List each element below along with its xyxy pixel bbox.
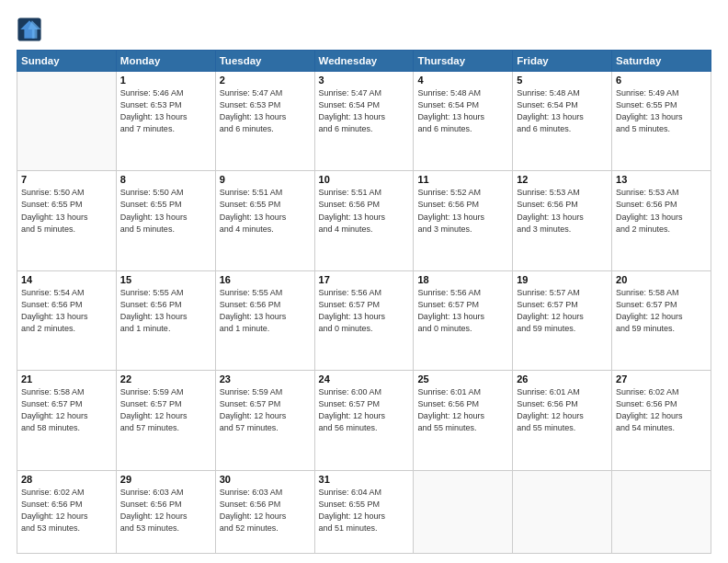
calendar-cell: 5Sunrise: 5:48 AM Sunset: 6:54 PM Daylig… [513, 72, 612, 171]
calendar-cell: 16Sunrise: 5:55 AM Sunset: 6:56 PM Dayli… [215, 270, 314, 370]
weekday-header-sunday: Sunday [17, 51, 117, 72]
calendar-cell: 1Sunrise: 5:46 AM Sunset: 6:53 PM Daylig… [116, 72, 215, 171]
calendar-cell [513, 470, 612, 553]
day-info: Sunrise: 5:48 AM Sunset: 6:54 PM Dayligh… [417, 87, 508, 135]
day-number: 26 [517, 373, 608, 385]
day-number: 11 [417, 174, 508, 185]
calendar-cell [612, 470, 711, 553]
day-number: 13 [616, 174, 707, 185]
weekday-header-monday: Monday [116, 51, 215, 72]
calendar-cell [414, 470, 513, 553]
day-info: Sunrise: 6:01 AM Sunset: 6:56 PM Dayligh… [517, 386, 608, 434]
day-number: 7 [21, 174, 112, 185]
calendar-cell: 3Sunrise: 5:47 AM Sunset: 6:54 PM Daylig… [314, 72, 414, 171]
calendar-cell: 14Sunrise: 5:54 AM Sunset: 6:56 PM Dayli… [17, 270, 117, 370]
day-info: Sunrise: 5:50 AM Sunset: 6:55 PM Dayligh… [120, 187, 211, 235]
day-number: 21 [21, 373, 112, 385]
day-info: Sunrise: 5:56 AM Sunset: 6:57 PM Dayligh… [319, 287, 410, 335]
day-number: 20 [616, 274, 707, 285]
calendar-week-row: 28Sunrise: 6:02 AM Sunset: 6:56 PM Dayli… [17, 470, 711, 553]
day-info: Sunrise: 5:55 AM Sunset: 6:56 PM Dayligh… [120, 287, 211, 335]
day-info: Sunrise: 5:47 AM Sunset: 6:53 PM Dayligh… [220, 87, 311, 135]
day-number: 23 [220, 373, 311, 385]
day-number: 1 [120, 75, 211, 86]
calendar-cell: 11Sunrise: 5:52 AM Sunset: 6:56 PM Dayli… [414, 171, 513, 270]
calendar-cell: 28Sunrise: 6:02 AM Sunset: 6:56 PM Dayli… [17, 470, 117, 553]
day-number: 29 [120, 474, 211, 485]
day-number: 4 [417, 75, 508, 86]
calendar-cell: 20Sunrise: 5:58 AM Sunset: 6:57 PM Dayli… [612, 270, 711, 370]
day-info: Sunrise: 5:58 AM Sunset: 6:57 PM Dayligh… [616, 287, 707, 335]
calendar-cell: 10Sunrise: 5:51 AM Sunset: 6:56 PM Dayli… [314, 171, 414, 270]
day-number: 19 [517, 274, 608, 285]
weekday-header-saturday: Saturday [612, 51, 711, 72]
day-info: Sunrise: 6:00 AM Sunset: 6:57 PM Dayligh… [319, 386, 410, 434]
calendar-cell: 24Sunrise: 6:00 AM Sunset: 6:57 PM Dayli… [314, 371, 414, 470]
calendar-week-row: 1Sunrise: 5:46 AM Sunset: 6:53 PM Daylig… [17, 72, 711, 171]
day-number: 16 [220, 274, 311, 285]
day-info: Sunrise: 5:47 AM Sunset: 6:54 PM Dayligh… [319, 87, 410, 135]
day-info: Sunrise: 5:51 AM Sunset: 6:56 PM Dayligh… [319, 187, 410, 235]
calendar-cell: 12Sunrise: 5:53 AM Sunset: 6:56 PM Dayli… [513, 171, 612, 270]
day-number: 27 [616, 373, 707, 385]
calendar-cell: 19Sunrise: 5:57 AM Sunset: 6:57 PM Dayli… [513, 270, 612, 370]
calendar-cell: 30Sunrise: 6:03 AM Sunset: 6:56 PM Dayli… [215, 470, 314, 553]
day-info: Sunrise: 5:59 AM Sunset: 6:57 PM Dayligh… [220, 386, 311, 434]
day-info: Sunrise: 5:51 AM Sunset: 6:55 PM Dayligh… [220, 187, 311, 235]
day-number: 18 [417, 274, 508, 285]
day-number: 24 [319, 373, 410, 385]
day-number: 10 [319, 174, 410, 185]
day-info: Sunrise: 5:55 AM Sunset: 6:56 PM Dayligh… [220, 287, 311, 335]
calendar-cell [17, 72, 117, 171]
day-number: 8 [120, 174, 211, 185]
day-number: 31 [319, 474, 410, 485]
day-info: Sunrise: 6:01 AM Sunset: 6:56 PM Dayligh… [417, 386, 508, 434]
calendar-cell: 15Sunrise: 5:55 AM Sunset: 6:56 PM Dayli… [116, 270, 215, 370]
day-info: Sunrise: 6:04 AM Sunset: 6:55 PM Dayligh… [319, 487, 410, 534]
day-number: 14 [21, 274, 112, 285]
day-number: 30 [220, 474, 311, 485]
day-number: 28 [21, 474, 112, 485]
calendar-week-row: 7Sunrise: 5:50 AM Sunset: 6:55 PM Daylig… [17, 171, 711, 270]
calendar-cell: 4Sunrise: 5:48 AM Sunset: 6:54 PM Daylig… [414, 72, 513, 171]
weekday-header-thursday: Thursday [414, 51, 513, 72]
day-number: 3 [319, 75, 410, 86]
header [17, 17, 711, 42]
calendar-cell: 17Sunrise: 5:56 AM Sunset: 6:57 PM Dayli… [314, 270, 414, 370]
logo [17, 17, 46, 42]
day-info: Sunrise: 5:52 AM Sunset: 6:56 PM Dayligh… [417, 187, 508, 235]
day-info: Sunrise: 6:03 AM Sunset: 6:56 PM Dayligh… [120, 487, 211, 534]
calendar-cell: 6Sunrise: 5:49 AM Sunset: 6:55 PM Daylig… [612, 72, 711, 171]
day-info: Sunrise: 6:02 AM Sunset: 6:56 PM Dayligh… [616, 386, 707, 434]
day-info: Sunrise: 5:57 AM Sunset: 6:57 PM Dayligh… [517, 287, 608, 335]
calendar-cell: 29Sunrise: 6:03 AM Sunset: 6:56 PM Dayli… [116, 470, 215, 553]
day-info: Sunrise: 6:02 AM Sunset: 6:56 PM Dayligh… [21, 487, 112, 534]
calendar-cell: 22Sunrise: 5:59 AM Sunset: 6:57 PM Dayli… [116, 371, 215, 470]
day-number: 6 [616, 75, 707, 86]
day-number: 12 [517, 174, 608, 185]
day-number: 9 [220, 174, 311, 185]
calendar-week-row: 14Sunrise: 5:54 AM Sunset: 6:56 PM Dayli… [17, 270, 711, 370]
calendar-cell: 18Sunrise: 5:56 AM Sunset: 6:57 PM Dayli… [414, 270, 513, 370]
calendar-week-row: 21Sunrise: 5:58 AM Sunset: 6:57 PM Dayli… [17, 371, 711, 470]
day-info: Sunrise: 5:59 AM Sunset: 6:57 PM Dayligh… [120, 386, 211, 434]
day-number: 25 [417, 373, 508, 385]
day-info: Sunrise: 5:49 AM Sunset: 6:55 PM Dayligh… [616, 87, 707, 135]
weekday-header-tuesday: Tuesday [215, 51, 314, 72]
day-info: Sunrise: 5:54 AM Sunset: 6:56 PM Dayligh… [21, 287, 112, 335]
day-info: Sunrise: 5:53 AM Sunset: 6:56 PM Dayligh… [517, 187, 608, 235]
logo-icon [17, 17, 42, 42]
calendar-cell: 23Sunrise: 5:59 AM Sunset: 6:57 PM Dayli… [215, 371, 314, 470]
page: SundayMondayTuesdayWednesdayThursdayFrid… [0, 0, 728, 563]
day-info: Sunrise: 5:46 AM Sunset: 6:53 PM Dayligh… [120, 87, 211, 135]
calendar-cell: 26Sunrise: 6:01 AM Sunset: 6:56 PM Dayli… [513, 371, 612, 470]
weekday-header-friday: Friday [513, 51, 612, 72]
day-info: Sunrise: 5:56 AM Sunset: 6:57 PM Dayligh… [417, 287, 508, 335]
weekday-header-row: SundayMondayTuesdayWednesdayThursdayFrid… [17, 51, 711, 72]
calendar-cell: 8Sunrise: 5:50 AM Sunset: 6:55 PM Daylig… [116, 171, 215, 270]
day-info: Sunrise: 5:48 AM Sunset: 6:54 PM Dayligh… [517, 87, 608, 135]
day-number: 5 [517, 75, 608, 86]
calendar-cell: 31Sunrise: 6:04 AM Sunset: 6:55 PM Dayli… [314, 470, 414, 553]
calendar-cell: 13Sunrise: 5:53 AM Sunset: 6:56 PM Dayli… [612, 171, 711, 270]
calendar-table: SundayMondayTuesdayWednesdayThursdayFrid… [17, 50, 711, 554]
